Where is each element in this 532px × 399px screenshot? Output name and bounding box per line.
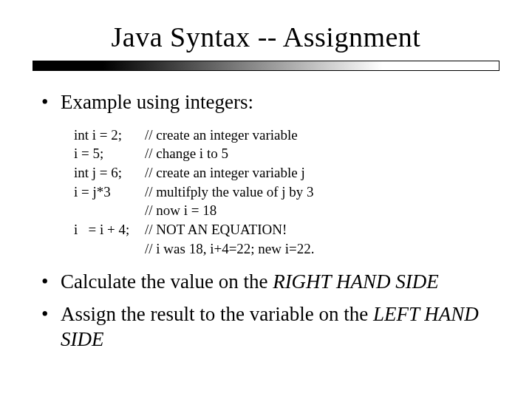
code-row: // i was 18, i+4=22; new i=22.	[74, 239, 499, 259]
code-statement: int j = 6;	[74, 163, 145, 183]
code-row: i = j*3 // multifply the value of j by 3	[74, 183, 499, 202]
code-row: int i = 2; // create an integer variable	[74, 126, 499, 145]
slide: Java Syntax -- Assignment Example using …	[0, 0, 532, 399]
code-statement: i = i + 4;	[74, 220, 145, 239]
bullet-list: Example using integers:	[33, 90, 499, 115]
code-block: int i = 2; // create an integer variable…	[74, 126, 499, 258]
bullet-text: Assign the result to the variable on the	[61, 303, 373, 325]
code-row: int j = 6; // create an integer variable…	[74, 163, 499, 183]
code-comment: // create an integer variable	[145, 126, 298, 145]
bullet-assign: Assign the result to the variable on the…	[41, 302, 499, 352]
title-divider	[33, 61, 499, 71]
code-statement: i = j*3	[74, 183, 145, 202]
code-row: // now i = 18	[74, 201, 499, 220]
code-comment: // change i to 5	[145, 144, 228, 163]
code-statement: i = 5;	[74, 144, 145, 163]
code-comment: // multifply the value of j by 3	[145, 183, 314, 202]
code-statement	[74, 239, 145, 259]
bullet-example: Example using integers:	[41, 90, 499, 115]
code-row: i = i + 4; // NOT AN EQUATION!	[74, 220, 499, 239]
bullet-text: Calculate the value on the	[61, 270, 273, 293]
code-comment: // NOT AN EQUATION!	[145, 220, 287, 239]
code-comment: // i was 18, i+4=22; new i=22.	[145, 239, 315, 259]
bullet-emphasis: RIGHT HAND SIDE	[273, 270, 439, 293]
code-comment: // now i = 18	[145, 201, 216, 220]
code-comment: // create an integer variable j	[145, 163, 305, 183]
bullet-calculate: Calculate the value on the RIGHT HAND SI…	[41, 270, 499, 295]
code-statement	[74, 201, 145, 220]
code-row: i = 5; // change i to 5	[74, 144, 499, 163]
slide-title: Java Syntax -- Assignment	[33, 21, 499, 53]
bullet-list-lower: Calculate the value on the RIGHT HAND SI…	[33, 270, 499, 352]
code-statement: int i = 2;	[74, 126, 145, 145]
